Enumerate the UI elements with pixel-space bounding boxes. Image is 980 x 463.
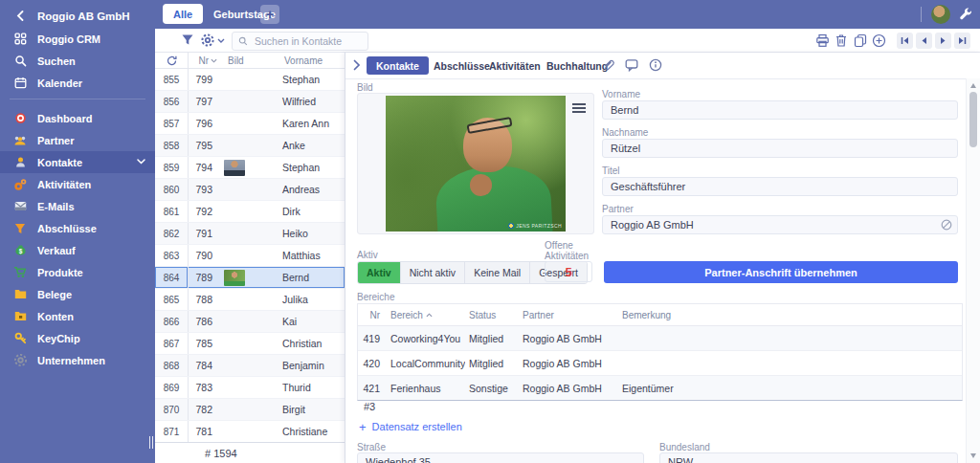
cell-vorname[interactable]: Benjamin (275, 355, 345, 376)
cell-nr[interactable]: 421 (358, 383, 385, 394)
cell-nr[interactable]: 789 (189, 267, 217, 288)
comment-bubble-icon[interactable] (625, 58, 638, 72)
row-index[interactable]: 866 (155, 311, 189, 332)
cell-bild[interactable] (217, 377, 275, 398)
column-header-vorname[interactable]: Vorname (277, 55, 345, 66)
nachname-field[interactable] (602, 139, 958, 158)
cell-bild[interactable] (217, 113, 275, 134)
cell-vorname[interactable]: Heiko (275, 223, 345, 244)
cell-nr[interactable]: 790 (189, 245, 217, 266)
table-row[interactable]: 857 796 Karen Ann (155, 113, 345, 135)
table-row[interactable]: 862 791 Heiko (155, 223, 345, 245)
cell-nr[interactable]: 799 (189, 69, 217, 90)
bereiche-col-status[interactable]: Status (465, 310, 519, 320)
partner-anschrift-button[interactable]: Partner-Anschrift übernehmen (604, 261, 958, 283)
cell-nr[interactable]: 781 (189, 421, 217, 442)
cell-nr[interactable]: 783 (189, 377, 217, 398)
cell-nr[interactable]: 792 (189, 201, 217, 222)
cell-nr[interactable]: 793 (189, 179, 217, 200)
row-index[interactable]: 857 (155, 113, 189, 134)
next-record-button[interactable] (935, 33, 951, 49)
table-row[interactable]: 871 781 Christiane (155, 421, 345, 443)
cell-partner[interactable]: Roggio AB GmbH (519, 383, 616, 394)
splitter-grip-left[interactable] (149, 436, 151, 449)
cell-bild[interactable] (217, 333, 275, 354)
cell-nr[interactable]: 419 (358, 333, 385, 344)
previous-record-button[interactable] (916, 33, 932, 49)
cell-nr[interactable]: 420 (358, 358, 385, 369)
bereiche-col-bereich[interactable]: Bereich (385, 310, 465, 320)
cell-nr[interactable]: 791 (189, 223, 217, 244)
table-row[interactable]: 870 782 Birgit (155, 399, 345, 421)
search-input[interactable] (253, 34, 357, 48)
sidebar-item-dashboard[interactable]: Dashboard (0, 107, 155, 129)
cell-vorname[interactable]: Stephan (275, 69, 345, 90)
cell-nr[interactable]: 782 (189, 399, 217, 420)
cell-bild[interactable] (217, 201, 275, 222)
bereiche-row[interactable]: 420 LocalCommunity4You Mitglied Roggio A… (358, 351, 962, 376)
panel-scrollbar[interactable] (966, 78, 980, 463)
sidebar-item-konten[interactable]: Konten (0, 305, 155, 327)
user-avatar[interactable] (931, 5, 950, 24)
workspace-tab-alle[interactable]: Alle (163, 4, 203, 24)
scroll-down-arrow[interactable] (970, 453, 976, 458)
photo-menu-icon[interactable] (572, 101, 586, 115)
paperclip-icon[interactable] (602, 58, 615, 72)
table-row[interactable]: 864 789 Bernd (155, 267, 345, 289)
cell-nr[interactable]: 796 (189, 113, 217, 134)
gear-dropdown-caret-icon[interactable] (217, 38, 225, 43)
row-index[interactable]: 864 (155, 267, 189, 288)
table-row[interactable]: 856 797 Wilfried (155, 91, 345, 113)
row-index[interactable]: 858 (155, 135, 189, 156)
cell-bereich[interactable]: Ferienhaus (385, 383, 465, 394)
row-index[interactable]: 856 (155, 91, 189, 112)
table-row[interactable]: 868 784 Benjamin (155, 355, 345, 377)
cell-status[interactable]: Sonstige (465, 383, 519, 394)
cell-bild[interactable] (217, 355, 275, 376)
cell-vorname[interactable]: Bernd (275, 267, 345, 288)
bereiche-col-nr[interactable]: Nr (358, 310, 385, 320)
table-row[interactable]: 861 792 Dirk (155, 201, 345, 223)
sidebar-item-unternehmen[interactable]: Unternehmen (0, 349, 155, 371)
cell-vorname[interactable]: Wilfried (275, 91, 345, 112)
sidebar-item-aktivitaeten[interactable]: Aktivitäten (0, 173, 155, 195)
cell-bild[interactable] (217, 421, 275, 442)
cell-bild[interactable] (217, 91, 275, 112)
titel-field[interactable] (602, 177, 958, 196)
row-index[interactable]: 870 (155, 399, 189, 420)
sidebar-item-produkte[interactable]: Produkte (0, 261, 155, 283)
cell-bild[interactable] (217, 223, 275, 244)
collapse-chevron-right-icon[interactable] (353, 59, 361, 71)
table-row[interactable]: 859 794 Stephan (155, 157, 345, 179)
cell-vorname[interactable]: Andreas (275, 179, 345, 200)
table-row[interactable]: 867 785 Christian (155, 333, 345, 355)
bundesland-field[interactable] (659, 452, 958, 463)
cell-bild[interactable] (217, 267, 275, 288)
cell-bild[interactable] (217, 311, 275, 332)
cell-nr[interactable]: 794 (189, 157, 217, 178)
cell-vorname[interactable]: Julika (275, 289, 345, 310)
sidebar-item-abschluesse[interactable]: Abschlüsse (0, 217, 155, 239)
cell-nr[interactable]: 785 (189, 333, 217, 354)
table-row[interactable]: 865 788 Julika (155, 289, 345, 311)
row-index[interactable]: 860 (155, 179, 189, 200)
row-index[interactable]: 862 (155, 223, 189, 244)
bereiche-col-bemerkung[interactable]: Bemerkung (616, 310, 962, 320)
sidebar-item-suchen[interactable]: Suchen (0, 50, 155, 72)
cell-partner[interactable]: Roggio AB GmbH (519, 333, 616, 344)
contact-photo-container[interactable]: JENS PARITZSCH (357, 93, 594, 234)
cell-nr[interactable]: 788 (189, 289, 217, 310)
sidebar-item-roggio-crm[interactable]: Roggio CRM (0, 28, 155, 50)
cell-nr[interactable]: 786 (189, 311, 217, 332)
row-index[interactable]: 863 (155, 245, 189, 266)
cell-nr[interactable]: 797 (189, 91, 217, 112)
offene-aktivitaeten-count[interactable]: 5 (545, 261, 592, 282)
sidebar-item-belege[interactable]: Belege (0, 283, 155, 305)
segment-aktiv[interactable]: Aktiv (358, 262, 401, 283)
gear-icon[interactable] (201, 33, 214, 47)
sidebar-item-kalender[interactable]: Kalender (0, 72, 155, 94)
cell-nr[interactable]: 784 (189, 355, 217, 376)
sidebar-item-keychip[interactable]: KeyChip (0, 327, 155, 349)
cell-vorname[interactable]: Dirk (275, 201, 345, 222)
first-record-button[interactable] (897, 33, 913, 49)
